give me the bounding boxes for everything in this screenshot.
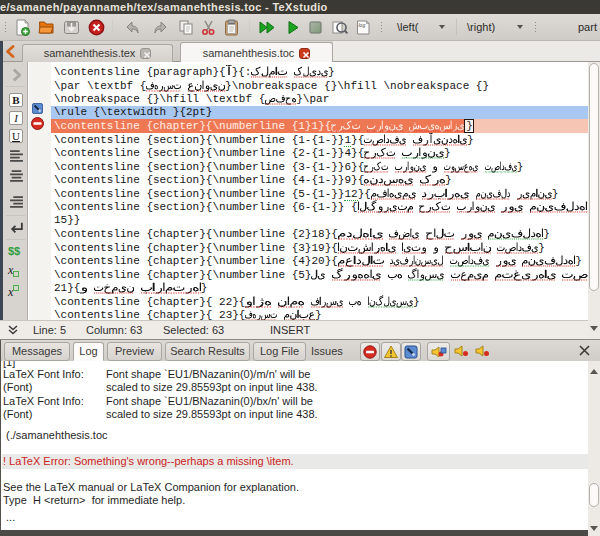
svg-text:log: log [359, 22, 366, 28]
